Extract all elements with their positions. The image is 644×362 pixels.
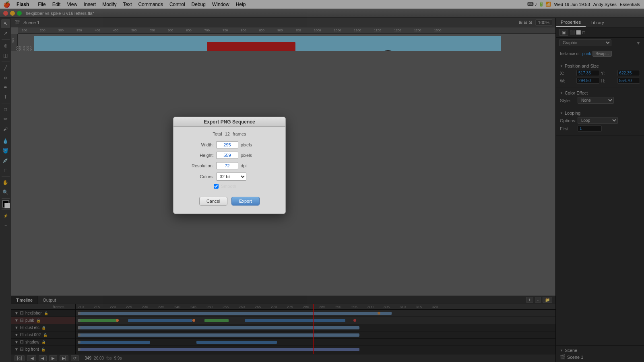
export-button[interactable]: Export <box>231 197 260 206</box>
frames-label: frames <box>233 132 246 136</box>
cancel-button[interactable]: Cancel <box>199 197 227 206</box>
total-label: Total <box>213 132 222 136</box>
colors-dropdown[interactable]: 32 bit 24 bit 8 bit <box>216 173 246 181</box>
resolution-input[interactable] <box>216 162 238 169</box>
resolution-unit: dpi <box>241 163 247 168</box>
total-value: 12 <box>225 132 230 136</box>
height-input[interactable] <box>216 152 238 159</box>
height-label: Height: <box>182 153 214 158</box>
export-dialog: Export PNG Sequence Total 12 frames Widt… <box>173 117 286 214</box>
smooth-label: Smooth <box>221 184 236 189</box>
height-unit: pixels <box>241 153 252 158</box>
resolution-row: Resolution: dpi <box>182 162 277 169</box>
dialog-title-bar: Export PNG Sequence <box>173 117 285 127</box>
dialog-info: Total 12 frames <box>182 132 277 136</box>
colors-label: Colors: <box>182 174 214 179</box>
resolution-label: Resolution: <box>182 163 214 168</box>
colors-row: Colors: 32 bit 24 bit 8 bit <box>182 173 277 181</box>
width-input[interactable] <box>216 141 238 148</box>
dialog-body: Total 12 frames Width: pixels Height: pi… <box>173 127 285 214</box>
width-unit: pixels <box>241 142 252 147</box>
smooth-checkbox[interactable] <box>214 184 219 189</box>
dialog-buttons: Cancel Export <box>182 193 277 209</box>
width-row: Width: pixels <box>182 141 277 148</box>
dialog-title: Export PNG Sequence <box>204 119 255 125</box>
modal-overlay: Export PNG Sequence Total 12 frames Widt… <box>0 0 644 362</box>
width-label: Width: <box>182 142 214 147</box>
height-row: Height: pixels <box>182 152 277 159</box>
smooth-row: Smooth <box>214 184 277 189</box>
